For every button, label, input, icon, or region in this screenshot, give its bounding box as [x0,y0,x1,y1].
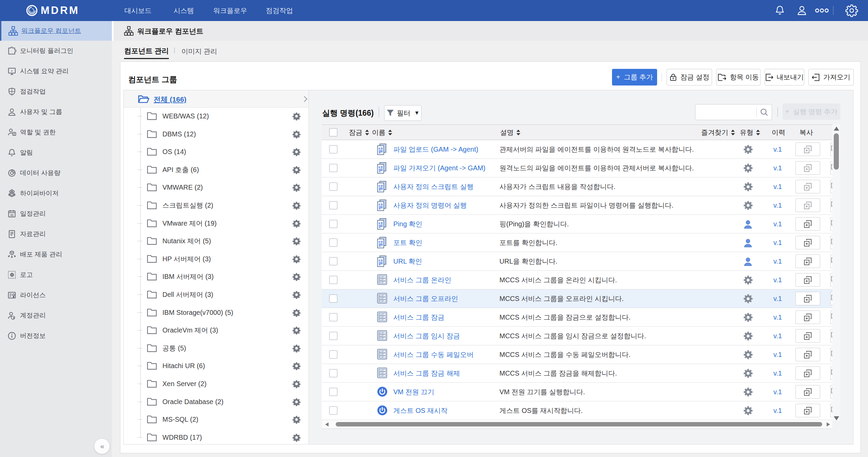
svg-text:31: 31 [10,213,14,217]
